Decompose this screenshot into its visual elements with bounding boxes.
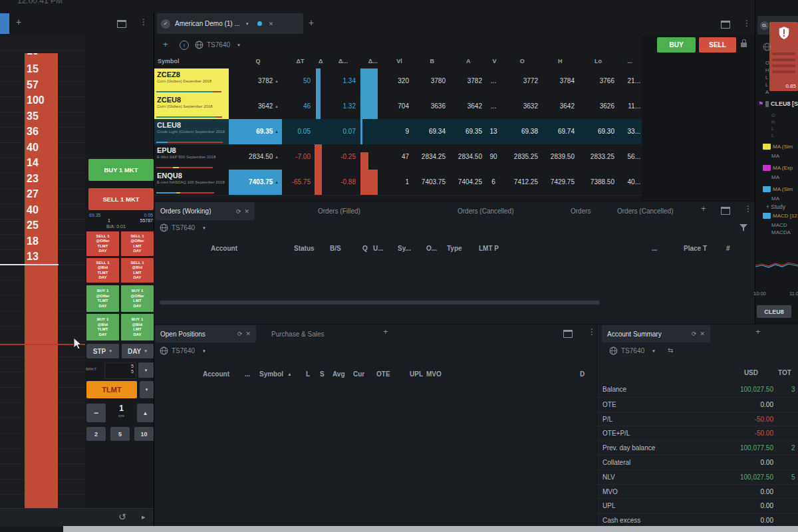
column-header[interactable]: Q [231, 58, 284, 65]
tab-orders-cancelled[interactable]: Orders (Cancelled) [617, 207, 673, 215]
add-icon[interactable]: + [755, 327, 761, 336]
column-header[interactable]: ... [245, 370, 250, 378]
kebab-menu-icon[interactable]: ⋮ [744, 204, 752, 213]
column-header-usd[interactable]: USD [718, 369, 758, 376]
add-icon[interactable]: + [383, 327, 388, 336]
preset-qty-button[interactable]: 2 [86, 427, 106, 441]
column-header[interactable]: Q [362, 245, 368, 252]
column-header[interactable]: OTE [376, 370, 390, 378]
quote-row[interactable]: ZCEZ8 Corn (Globex) December 2018 3782 ▲… [154, 68, 642, 94]
buy-bid-lmt-button[interactable]: BUY 1@BidLMTDAY [121, 314, 154, 340]
column-header[interactable]: V [487, 58, 503, 65]
bracket-values[interactable]: 5 5 [104, 362, 136, 379]
tab-orders-working[interactable]: Orders (Working) ⟳ ✕ [155, 202, 255, 220]
buy-offer-lmt-button[interactable]: BUY 1@OfferLMTDAY [121, 285, 154, 312]
account-selector[interactable]: TS7640 [172, 224, 195, 231]
macd-legend-item[interactable]: MACD [12 [763, 213, 798, 219]
column-header[interactable]: Account [203, 370, 229, 378]
column-header[interactable]: Type [447, 245, 462, 252]
preset-qty-button[interactable]: 5 [110, 427, 130, 441]
column-header[interactable]: O... [426, 245, 437, 252]
kebab-menu-icon[interactable]: ⋮ [588, 327, 596, 336]
dom-panel-tab[interactable] [0, 13, 9, 34]
sell-market-button[interactable]: SELL 1 MKT [88, 188, 154, 210]
chevron-down-icon[interactable]: ▼ [202, 226, 206, 230]
duration-dropdown[interactable]: DAY▼ [122, 344, 154, 358]
column-header[interactable]: O [502, 58, 542, 65]
tab-orders[interactable]: Orders [571, 207, 591, 215]
kebab-menu-icon[interactable]: ⋮ [743, 19, 751, 28]
column-header[interactable]: Sy... [398, 245, 411, 252]
add-icon[interactable]: + [701, 203, 706, 213]
accounts-toggle-icon[interactable]: ⇆ [668, 346, 673, 354]
sort-asc-icon[interactable]: ▲ [287, 372, 292, 376]
refresh-icon[interactable]: ⟳ [236, 208, 241, 215]
chevron-down-icon[interactable]: ▼ [652, 349, 656, 353]
workspace-tab[interactable]: ✓ American Demo (1) ... ▼ ✕ [157, 13, 303, 34]
column-header[interactable]: U... [373, 245, 384, 252]
window-icon[interactable] [721, 207, 730, 215]
size-value-box[interactable]: 1 size [108, 404, 134, 422]
column-header[interactable]: UPL [410, 370, 423, 378]
buy-market-button[interactable]: BUY 1 MKT [88, 159, 154, 181]
column-header[interactable]: ... [652, 245, 657, 252]
column-header[interactable]: D [580, 370, 585, 378]
buy-button[interactable]: BUY [657, 37, 696, 53]
add-study-button[interactable]: + Study [766, 203, 785, 210]
study-legend-item[interactable]: MA (Sim [763, 144, 798, 150]
column-header[interactable]: Δ... [361, 58, 385, 65]
column-header[interactable]: Lo [579, 58, 618, 65]
column-header[interactable]: ΔT [285, 58, 317, 65]
window-icon[interactable] [563, 330, 573, 338]
chevron-down-icon[interactable]: ▼ [237, 43, 241, 47]
bracket-dropdown[interactable]: ▼ [138, 362, 154, 378]
tab-account-summary[interactable]: Account Summary ⟳ ✕ [602, 325, 710, 342]
close-icon[interactable]: ✕ [269, 21, 274, 27]
alert-box[interactable]: 0.85 [769, 22, 798, 91]
buy-bid-tlmt-button[interactable]: BUY 1@BidTLMTDAY [86, 314, 119, 340]
horizontal-scrollbar[interactable] [160, 301, 600, 305]
column-header[interactable]: Symbol [154, 58, 231, 65]
column-header[interactable]: B [414, 58, 450, 65]
column-header[interactable]: A [450, 58, 487, 65]
sell-offer-lmt-button[interactable]: SELL 1@OfferLMTDAY [121, 231, 154, 256]
close-icon[interactable]: ✕ [245, 331, 251, 337]
column-header[interactable]: Status [294, 245, 315, 252]
filter-icon[interactable] [739, 224, 747, 231]
lock-icon[interactable] [741, 43, 747, 47]
add-tab-icon[interactable]: + [16, 17, 21, 27]
column-header[interactable]: LMT P [479, 245, 499, 252]
quote-row[interactable]: ZCEU8 Corn (Globex) September 2018 3642 … [154, 94, 642, 120]
column-header[interactable]: Place T [684, 245, 707, 252]
column-header[interactable]: Symbol [259, 370, 283, 378]
sell-bid-tlmt-button[interactable]: SELL 1@BidTLMTDAY [86, 258, 119, 283]
quote-row[interactable]: ENQU8 E-mini NASDAQ 100 September 2018 7… [154, 170, 642, 196]
column-header[interactable]: Δ [316, 58, 325, 65]
order-mode-dropdown[interactable]: ▼ [140, 381, 154, 398]
column-header[interactable]: S [320, 370, 325, 378]
order-type-dropdown[interactable]: STP▼ [86, 344, 119, 358]
sell-button[interactable]: SELL [699, 37, 736, 53]
chevron-down-icon[interactable]: ▼ [202, 349, 206, 353]
column-header-tot[interactable]: TOT [778, 369, 791, 376]
column-header[interactable]: L [306, 370, 310, 378]
quote-row-selected[interactable]: CLEU8 Crude Light (Globex) September 201… [154, 119, 642, 145]
refresh-icon[interactable]: ⟳ [692, 331, 697, 337]
window-icon[interactable] [721, 21, 730, 29]
close-icon[interactable]: ✕ [700, 331, 705, 337]
column-header[interactable]: Vl [385, 58, 414, 65]
refresh-icon[interactable]: ⟳ [237, 331, 243, 337]
study-legend-item[interactable]: MA (Exp [763, 165, 798, 171]
tab-orders-filled[interactable]: Orders (Filled) [318, 207, 360, 215]
column-header[interactable]: # [726, 245, 730, 252]
study-legend-item[interactable]: MA (Sim [763, 186, 798, 192]
buy-offer-tlmt-button[interactable]: BUY 1@OfferTLMTDAY [86, 285, 119, 312]
order-mode-button[interactable]: TLMT [86, 381, 137, 398]
size-decrement-button[interactable]: − [86, 404, 106, 422]
add-symbol-icon[interactable]: + [163, 39, 168, 49]
account-selector[interactable]: TS7640 [621, 347, 644, 354]
sell-offer-tlmt-button[interactable]: SELL 1@OfferTLMTDAY [86, 231, 119, 256]
undo-icon[interactable]: ↺ [118, 511, 126, 522]
column-header[interactable]: H [542, 58, 579, 65]
sell-bid-lmt-button[interactable]: SELL 1@BidLMTDAY [121, 258, 154, 283]
